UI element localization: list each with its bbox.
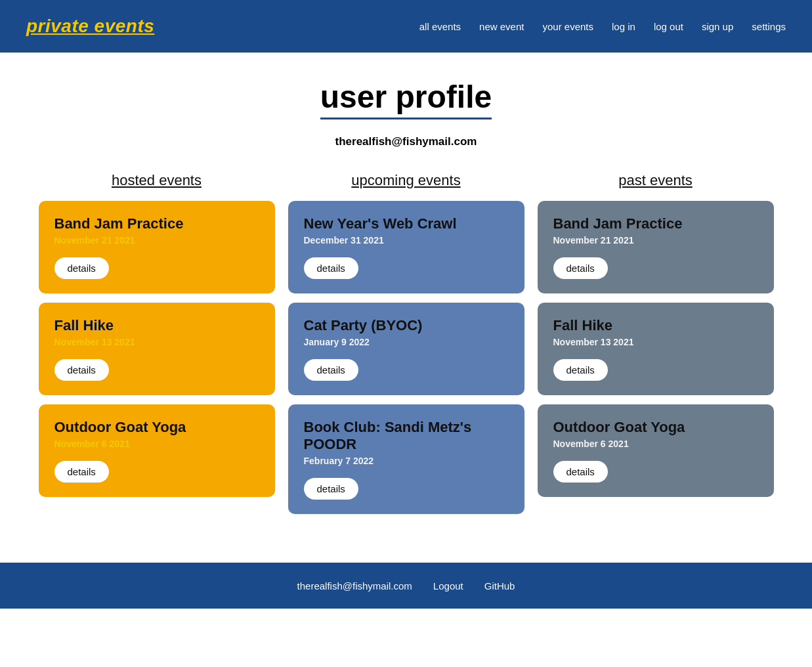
site-title: private events — [26, 16, 154, 37]
details-button[interactable]: details — [54, 359, 109, 381]
event-card: Book Club: Sandi Metz's POODRFebruary 7 … — [288, 404, 524, 514]
event-date: November 6 2021 — [553, 439, 758, 449]
event-date: December 31 2021 — [304, 235, 509, 246]
event-date: November 21 2021 — [54, 235, 259, 246]
main-nav: all eventsnew eventyour eventslog inlog … — [419, 21, 786, 32]
event-card: Outdoor Goat YogaNovember 6 2021details — [39, 404, 275, 497]
event-title: Book Club: Sandi Metz's POODR — [304, 419, 509, 453]
event-date: November 13 2021 — [553, 337, 758, 347]
nav-item-your-events[interactable]: your events — [542, 21, 593, 32]
event-column-blue: upcoming eventsNew Year's Web CrawlDecem… — [288, 172, 524, 523]
event-card: Outdoor Goat YogaNovember 6 2021details — [538, 404, 774, 497]
event-date: February 7 2022 — [304, 456, 509, 466]
event-card: Band Jam PracticeNovember 21 2021details — [39, 201, 275, 293]
column-header-gray: past events — [538, 172, 774, 189]
event-title: New Year's Web Crawl — [304, 215, 509, 232]
details-button[interactable]: details — [553, 461, 608, 483]
column-header-orange: hosted events — [39, 172, 275, 189]
nav-item-new-event[interactable]: new event — [479, 21, 524, 32]
details-button[interactable]: details — [304, 478, 358, 500]
event-card: New Year's Web CrawlDecember 31 2021deta… — [288, 201, 524, 293]
event-title: Outdoor Goat Yoga — [54, 419, 259, 436]
event-card: Cat Party (BYOC)January 9 2022details — [288, 303, 524, 395]
nav-item-settings[interactable]: settings — [752, 21, 786, 32]
event-columns: hosted eventsBand Jam PracticeNovember 2… — [39, 172, 774, 523]
event-title: Fall Hike — [553, 317, 758, 334]
event-date: November 21 2021 — [553, 235, 758, 246]
nav-item-all-events[interactable]: all events — [419, 21, 461, 32]
footer-github-link[interactable]: GitHub — [484, 580, 515, 592]
details-button[interactable]: details — [54, 461, 109, 483]
details-button[interactable]: details — [304, 257, 358, 279]
event-title: Outdoor Goat Yoga — [553, 419, 758, 436]
event-title: Band Jam Practice — [54, 215, 259, 232]
site-footer: therealfish@fishymail.com Logout GitHub — [0, 563, 812, 609]
nav-item-log-out[interactable]: log out — [654, 21, 683, 32]
site-header: private events all eventsnew eventyour e… — [0, 0, 812, 53]
event-column-gray: past eventsBand Jam PracticeNovember 21 … — [538, 172, 774, 523]
event-date: January 9 2022 — [304, 337, 509, 347]
event-title: Band Jam Practice — [553, 215, 758, 232]
event-card: Band Jam PracticeNovember 21 2021details — [538, 201, 774, 293]
event-card: Fall HikeNovember 13 2021details — [39, 303, 275, 395]
event-column-orange: hosted eventsBand Jam PracticeNovember 2… — [39, 172, 275, 523]
event-date: November 13 2021 — [54, 337, 259, 347]
details-button[interactable]: details — [553, 359, 608, 381]
footer-email: therealfish@fishymail.com — [297, 580, 412, 592]
footer-logout-link[interactable]: Logout — [433, 580, 463, 592]
column-header-blue: upcoming events — [288, 172, 524, 189]
event-title: Fall Hike — [54, 317, 259, 334]
user-email: therealfish@fishymail.com — [39, 135, 774, 148]
main-content: user profile therealfish@fishymail.com h… — [26, 53, 787, 563]
event-card: Fall HikeNovember 13 2021details — [538, 303, 774, 395]
event-date: November 6 2021 — [54, 439, 259, 449]
details-button[interactable]: details — [304, 359, 358, 381]
event-title: Cat Party (BYOC) — [304, 317, 509, 334]
details-button[interactable]: details — [54, 257, 109, 279]
page-title: user profile — [320, 79, 492, 119]
nav-item-log-in[interactable]: log in — [612, 21, 635, 32]
nav-item-sign-up[interactable]: sign up — [702, 21, 733, 32]
details-button[interactable]: details — [553, 257, 608, 279]
